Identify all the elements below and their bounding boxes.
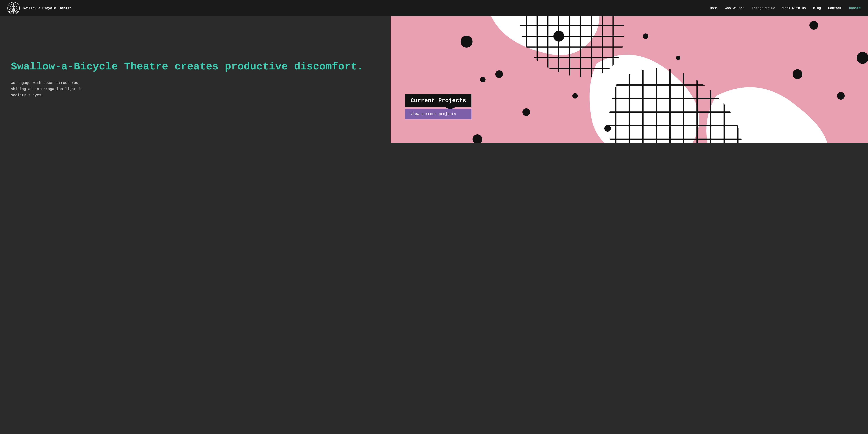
- hero-artwork: [391, 16, 868, 143]
- nav-links: Home Who We Are Things We Do Work With U…: [710, 6, 861, 10]
- navbar: Swallow-a-Bicycle Theatre Home Who We Ar…: [0, 0, 868, 16]
- svg-point-81: [461, 36, 472, 48]
- svg-point-107: [857, 52, 868, 64]
- hero-section: Swallow-a-Bicycle Theatre creates produc…: [0, 16, 868, 143]
- nav-who-we-are[interactable]: Who We Are: [725, 6, 744, 10]
- hero-right-panel: Current Projects View current projects: [391, 16, 868, 143]
- svg-point-111: [572, 93, 578, 98]
- svg-point-96: [553, 31, 564, 41]
- svg-point-105: [793, 69, 802, 79]
- hero-left-panel: Swallow-a-Bicycle Theatre creates produc…: [0, 16, 391, 143]
- svg-point-113: [480, 77, 486, 82]
- nav-logo[interactable]: Swallow-a-Bicycle Theatre: [7, 2, 72, 14]
- svg-point-108: [643, 33, 648, 39]
- svg-point-110: [604, 125, 611, 132]
- svg-point-106: [837, 92, 845, 100]
- svg-point-93: [809, 21, 818, 30]
- hero-title: Swallow-a-Bicycle Theatre creates produc…: [11, 61, 380, 73]
- nav-donate[interactable]: Donate: [849, 6, 861, 10]
- svg-point-109: [676, 56, 680, 60]
- logo-text: Swallow-a-Bicycle Theatre: [23, 6, 72, 10]
- svg-point-97: [522, 108, 530, 116]
- current-projects-overlay: Current Projects View current projects: [405, 94, 471, 119]
- view-current-projects-button[interactable]: View current projects: [405, 109, 471, 119]
- nav-contact[interactable]: Contact: [828, 6, 842, 10]
- nav-work-with-us[interactable]: Work With Us: [782, 6, 806, 10]
- logo-icon: [7, 2, 20, 14]
- current-projects-label: Current Projects: [405, 94, 471, 107]
- nav-blog[interactable]: Blog: [813, 6, 821, 10]
- nav-things-we-do[interactable]: Things We Do: [752, 6, 775, 10]
- hero-subtitle: We engage with power structures, shining…: [11, 80, 98, 98]
- svg-point-82: [495, 70, 503, 78]
- nav-home[interactable]: Home: [710, 6, 718, 10]
